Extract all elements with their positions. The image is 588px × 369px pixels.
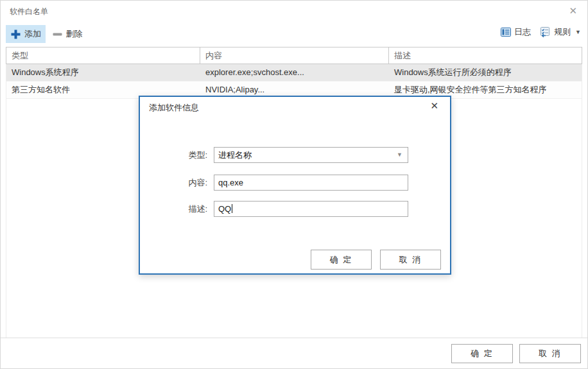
rules-icon [540, 27, 551, 38]
log-button-label: 日志 [514, 26, 531, 38]
type-label: 类型: [140, 147, 207, 163]
dialog-title: 添加软件信息 [149, 102, 199, 114]
content-input[interactable] [214, 175, 408, 191]
table-header: 类型 内容 描述 [6, 47, 582, 64]
rules-button[interactable]: 规则 ▼ [540, 26, 581, 38]
dialog-buttons: 确 定 取 消 [140, 250, 441, 270]
log-icon [501, 27, 511, 37]
delete-button[interactable]: 删除 [48, 25, 87, 43]
content-label: 内容: [140, 175, 207, 191]
description-label: 描述: [140, 201, 207, 217]
log-button[interactable]: 日志 [501, 26, 531, 38]
delete-button-label: 删除 [65, 28, 82, 40]
dialog-ok-button[interactable]: 确 定 [311, 250, 372, 270]
description-field-row: 描述: QQ [140, 201, 450, 217]
row-content: explorer.exe;svchost.exe... [200, 64, 389, 81]
ok-button[interactable]: 确 定 [451, 344, 513, 363]
type-select-value: 进程名称 [218, 150, 252, 160]
select-arrow-icon: ▼ [397, 148, 402, 162]
description-input[interactable]: QQ [214, 201, 408, 217]
toolbar: 添加 删除 日志 [6, 25, 581, 44]
row-desc: Windows系统运行所必须的程序 [389, 64, 582, 81]
content-field-row: 内容: [140, 175, 450, 191]
whitelist-window: 软件白名单 ✕ 添加 删除 [0, 0, 588, 369]
column-header-content[interactable]: 内容 [200, 47, 389, 64]
text-caret [232, 204, 232, 213]
add-button-label: 添加 [24, 28, 41, 40]
window-footer: 确 定 取 消 [1, 338, 587, 368]
table-row[interactable]: Windows系统程序 explorer.exe;svchost.exe... … [6, 64, 582, 82]
column-header-type[interactable]: 类型 [6, 47, 200, 64]
plus-icon [10, 29, 21, 40]
add-button[interactable]: 添加 [6, 25, 46, 43]
minus-icon [53, 30, 62, 39]
titlebar: 软件白名单 ✕ [1, 1, 587, 21]
dialog-cancel-button[interactable]: 取 消 [380, 250, 441, 270]
description-input-value: QQ [218, 204, 231, 214]
column-header-desc[interactable]: 描述 [389, 47, 582, 64]
chevron-down-icon: ▼ [575, 29, 581, 35]
row-type: Windows系统程序 [6, 64, 200, 81]
rules-button-label: 规则 [554, 26, 571, 38]
type-field-row: 类型: 进程名称 ▼ [140, 147, 450, 163]
cancel-button[interactable]: 取 消 [519, 344, 581, 363]
dialog-close-icon[interactable]: ✕ [430, 100, 438, 112]
window-title: 软件白名单 [10, 6, 48, 17]
type-select[interactable]: 进程名称 ▼ [214, 147, 408, 163]
window-close-icon[interactable]: ✕ [569, 4, 577, 17]
add-software-dialog: 添加软件信息 ✕ 类型: 进程名称 ▼ 内容: 描述: QQ 确 定 取 消 [139, 96, 451, 275]
